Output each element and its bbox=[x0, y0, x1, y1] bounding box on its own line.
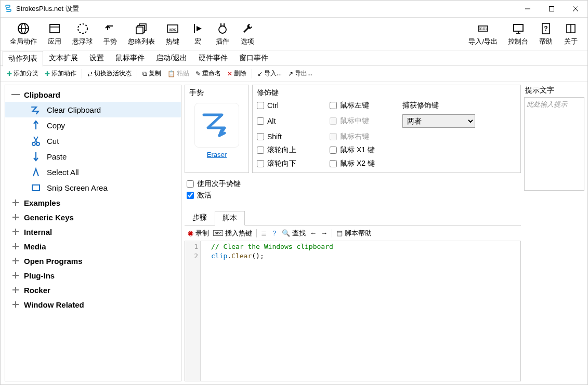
tab-action-list[interactable]: 动作列表 bbox=[3, 51, 43, 67]
tree-group-window-related[interactable]: Window Related bbox=[5, 297, 181, 312]
svg-text:abc: abc bbox=[169, 27, 176, 32]
btn-record[interactable]: ◉录制 bbox=[188, 229, 209, 238]
expand-icon[interactable] bbox=[9, 197, 22, 208]
tab-hardware-events[interactable]: 硬件事件 bbox=[193, 50, 233, 66]
tree-item-clear-clipboard[interactable]: Clear Clipboard bbox=[5, 102, 181, 117]
btn-import[interactable]: ↙导入... bbox=[255, 68, 284, 79]
modifiers-title: 修饰键 bbox=[257, 87, 516, 101]
tree-group-generic-keys[interactable]: Generic Keys bbox=[5, 210, 181, 224]
arrow-left-icon: ← bbox=[310, 229, 317, 237]
monitor-icon bbox=[511, 21, 526, 36]
tree-group-rocker[interactable]: Rocker bbox=[5, 283, 181, 297]
btn-paste[interactable]: 📋粘贴 bbox=[165, 68, 191, 79]
btn-next[interactable]: → bbox=[321, 229, 328, 237]
btn-indent[interactable]: ≣ bbox=[261, 229, 267, 237]
delete-icon: ✕ bbox=[227, 70, 232, 77]
add-action-icon: ✚ bbox=[45, 70, 50, 77]
chk-wheel-up[interactable]: 滚轮向上 bbox=[257, 145, 324, 155]
q-icon: ？ bbox=[271, 229, 278, 238]
btn-prev[interactable]: ← bbox=[310, 229, 317, 237]
chk-mouse-x1[interactable]: 鼠标 X1 键 bbox=[330, 145, 397, 155]
tab-mouse-events[interactable]: 鼠标事件 bbox=[110, 50, 150, 66]
tb-import-export[interactable]: 0101导入/导出 bbox=[463, 19, 503, 48]
tb-global-actions[interactable]: 全局动作 bbox=[5, 19, 42, 48]
collapse-icon[interactable] bbox=[9, 89, 22, 100]
tree-panel[interactable]: Clipboard Clear Clipboard Copy Cut Paste… bbox=[5, 85, 181, 381]
tb-macros[interactable]: 宏 bbox=[185, 19, 210, 48]
expand-icon[interactable] bbox=[9, 270, 22, 281]
tab-settings[interactable]: 设置 bbox=[84, 50, 110, 66]
tb-hover[interactable]: 悬浮球 bbox=[67, 19, 98, 48]
btn-copy[interactable]: ⧉复制 bbox=[140, 68, 163, 79]
abc-small-icon: abc bbox=[213, 230, 223, 236]
capture-select[interactable]: 两者 bbox=[402, 114, 475, 128]
btn-find[interactable]: 🔍查找 bbox=[282, 229, 306, 238]
script-tab-script[interactable]: 脚本 bbox=[215, 211, 245, 225]
btn-export[interactable]: ↗导出... bbox=[286, 68, 315, 79]
io-icon: 0101 bbox=[476, 21, 490, 36]
btn-toggle[interactable]: ？ bbox=[271, 229, 278, 238]
tab-window-events[interactable]: 窗口事件 bbox=[233, 50, 274, 66]
chk-wheel-down[interactable]: 滚轮向下 bbox=[257, 159, 324, 168]
tb-console[interactable]: 控制台 bbox=[503, 19, 533, 48]
gesture-preview[interactable] bbox=[194, 103, 239, 148]
tb-hotkeys[interactable]: abc热键 bbox=[160, 19, 185, 48]
expand-icon[interactable] bbox=[9, 256, 22, 266]
tree-item-snip[interactable]: Snip Screen Area bbox=[5, 180, 181, 195]
window-title: StrokesPlus.net 设置 bbox=[16, 4, 79, 14]
btn-toggle-active[interactable]: ⇄切换激活状态 bbox=[85, 68, 134, 79]
btn-script-help[interactable]: ▤脚本帮助 bbox=[336, 229, 372, 238]
minimize-button[interactable] bbox=[516, 1, 540, 17]
expand-icon[interactable] bbox=[9, 227, 22, 237]
tree-group-clipboard[interactable]: Clipboard bbox=[5, 87, 181, 102]
chk-mouse-x2[interactable]: 鼠标 X2 键 bbox=[330, 159, 397, 168]
tb-help[interactable]: ?帮助 bbox=[533, 19, 558, 48]
tree-item-cut[interactable]: Cut bbox=[5, 133, 181, 149]
btn-insert-hotkey[interactable]: abc插入热键 bbox=[213, 229, 252, 238]
gesture-box: 手势 Eraser bbox=[185, 85, 249, 173]
tree-item-paste[interactable]: Paste bbox=[5, 149, 181, 164]
tree-group-open-programs[interactable]: Open Programs bbox=[5, 254, 181, 268]
tb-gestures[interactable]: 手势 bbox=[98, 19, 123, 48]
expand-icon[interactable] bbox=[9, 212, 22, 222]
tab-text-expand[interactable]: 文本扩展 bbox=[43, 50, 84, 66]
btn-delete[interactable]: ✕删除 bbox=[225, 68, 249, 79]
expand-icon[interactable] bbox=[9, 285, 22, 295]
script-tabs: 步骤 脚本 bbox=[185, 210, 521, 225]
tree-item-copy[interactable]: Copy bbox=[5, 117, 181, 133]
tab-startup-exit[interactable]: 启动/退出 bbox=[150, 50, 193, 66]
tree-group-internal[interactable]: Internal bbox=[5, 224, 181, 239]
chk-alt[interactable]: Alt bbox=[257, 117, 324, 125]
chk-active[interactable]: 激活 bbox=[187, 191, 519, 200]
app-icon bbox=[5, 5, 13, 13]
chk-mouse-left[interactable]: 鼠标左键 bbox=[330, 101, 397, 110]
tb-options[interactable]: 选项 bbox=[235, 19, 260, 48]
btn-add-action[interactable]: ✚添加动作 bbox=[43, 68, 79, 79]
expand-icon[interactable] bbox=[9, 241, 22, 251]
tree-group-media[interactable]: Media bbox=[5, 239, 181, 254]
add-category-icon: ✚ bbox=[7, 70, 12, 77]
modifiers-box: 修饰键 Ctrl 鼠标左键 捕获修饰键 Alt 鼠标中键 两者 Shift 鼠标… bbox=[252, 85, 521, 173]
close-button[interactable] bbox=[564, 1, 587, 17]
btn-rename[interactable]: ✎重命名 bbox=[193, 68, 223, 79]
tree-group-plug-ins[interactable]: Plug-Ins bbox=[5, 268, 181, 283]
chk-shift[interactable]: Shift bbox=[257, 132, 324, 141]
arrow-up-icon bbox=[30, 120, 42, 131]
tb-ignore-list[interactable]: 忽略列表 bbox=[123, 19, 160, 48]
editor-code[interactable]: // Clear the Windows clipboard clip.Clea… bbox=[201, 241, 520, 381]
script-editor[interactable]: 12 // Clear the Windows clipboard clip.C… bbox=[185, 241, 521, 381]
chk-secondary-gesture[interactable]: 使用次手势键 bbox=[187, 179, 519, 189]
tb-about[interactable]: 关于 bbox=[558, 19, 583, 48]
expand-icon[interactable] bbox=[9, 299, 22, 310]
tb-plugins[interactable]: 插件 bbox=[210, 19, 235, 48]
tree-item-select-all[interactable]: Select All bbox=[5, 164, 181, 180]
gesture-name-link[interactable]: Eraser bbox=[207, 151, 227, 158]
tb-applications[interactable]: 应用 bbox=[42, 19, 67, 48]
btn-add-category[interactable]: ✚添加分类 bbox=[5, 68, 41, 79]
tabs-row: 动作列表 文本扩展 设置 鼠标事件 启动/退出 硬件事件 窗口事件 bbox=[1, 50, 587, 66]
tree-group-examples[interactable]: Examples bbox=[5, 195, 181, 210]
chk-ctrl[interactable]: Ctrl bbox=[257, 101, 324, 110]
script-tab-steps[interactable]: 步骤 bbox=[185, 210, 215, 225]
maximize-button[interactable] bbox=[540, 1, 564, 17]
tip-input[interactable]: 此处输入提示 bbox=[524, 97, 584, 191]
